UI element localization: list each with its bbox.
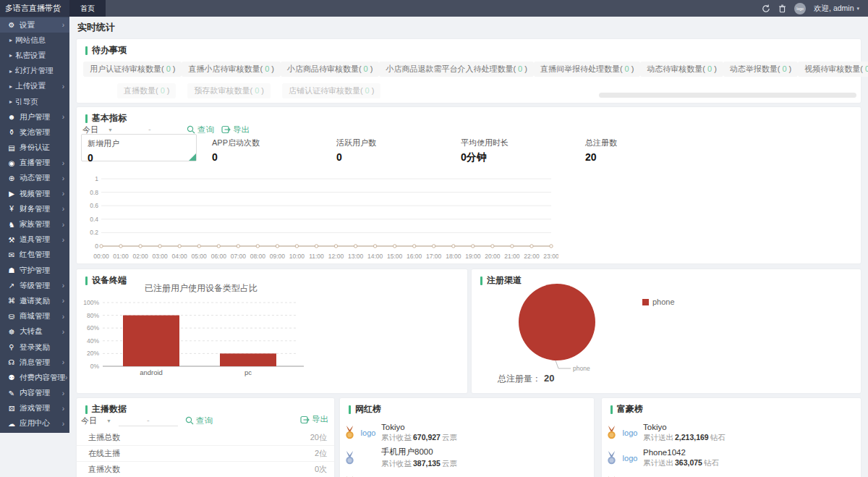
stat-label: 累计收益 — [381, 433, 412, 442]
user-menu[interactable]: 欢迎, admin ▾ — [814, 4, 859, 14]
sidebar-item-finance-mgmt[interactable]: ¥财务管理› — [0, 201, 69, 216]
svg-text:00:00: 00:00 — [93, 253, 109, 260]
svg-text:06:00: 06:00 — [211, 253, 227, 260]
sidebar-item-label: 等级管理 — [20, 281, 50, 291]
registration-total: 总注册量：20 — [498, 373, 554, 385]
sidebar-item-guide-page[interactable]: ▸引导页 — [0, 94, 69, 109]
sidebar-item-family-mgmt[interactable]: ♞家族管理› — [0, 216, 69, 232]
app-title: 多语言直播带货 — [0, 0, 69, 17]
props-icon: ⚒ — [7, 236, 16, 244]
refresh-icon[interactable] — [762, 4, 770, 13]
svg-text:03:00: 03:00 — [152, 253, 168, 260]
anchor-card: 主播数据 今日▼ - 查询 导出 主播总数 20位 在线主播 2位 — [77, 398, 334, 477]
tab-home[interactable]: 首页 — [69, 0, 106, 17]
chevron-right-icon: › — [62, 190, 64, 198]
todo-badge[interactable]: 视频待审核数量(0) — [798, 62, 868, 77]
sidebar-item-message-mgmt[interactable]: ☊消息管理› — [0, 355, 69, 370]
sidebar-item-label: 邀请奖励 — [20, 296, 50, 306]
horizontal-scrollbar[interactable] — [599, 93, 856, 98]
export-button[interactable]: 导出 — [300, 414, 328, 425]
search-button[interactable]: 查询 — [185, 415, 213, 426]
stat-label: APP启动次数 — [212, 138, 331, 148]
todo-badge[interactable]: 直播数量(0) — [117, 83, 176, 98]
sidebar-item-props-mgmt[interactable]: ⚒道具管理› — [0, 232, 69, 248]
sidebar-item-mall-mgmt[interactable]: ⛁商城管理› — [0, 309, 69, 324]
sidebar-item-redpacket-mgmt[interactable]: ✉红包管理 — [0, 248, 69, 263]
date-select[interactable]: 今日▼ — [81, 415, 111, 426]
stat-card[interactable]: 总注册数 20 — [579, 134, 704, 163]
todo-badge[interactable]: 直播小店待审核数量(0) — [182, 62, 280, 77]
todo-badge[interactable]: 小店商品退款需平台介入待处理数量(0) — [379, 62, 533, 77]
stat-value: 387,135 — [413, 459, 441, 468]
todo-badge[interactable]: 动态举报数量(0) — [723, 62, 798, 77]
sidebar-item-video-mgmt[interactable]: ▶视频管理› — [0, 186, 69, 201]
sidebar-item-feed-mgmt[interactable]: ⊕动态管理› — [0, 171, 69, 186]
svg-text:04:00: 04:00 — [172, 253, 188, 260]
chevron-right-icon: › — [62, 159, 64, 167]
stat-card[interactable]: 新增用户 0 — [81, 134, 197, 161]
gold-medal-icon — [607, 426, 616, 439]
submenu-bullet-icon: ▸ — [9, 83, 12, 90]
todo-badge[interactable]: 动态待审核数量(0) — [640, 62, 723, 77]
sidebar-item-prize-pool[interactable]: ⚱奖池管理 — [0, 124, 69, 140]
row-label: 在线主播 — [88, 448, 120, 459]
sidebar-item-privacy-settings[interactable]: ▸私密设置 — [0, 48, 69, 63]
trash-icon[interactable] — [778, 4, 786, 13]
sidebar-item-label: 商城管理 — [20, 311, 50, 321]
stat-value: 2,213,169 — [675, 433, 709, 442]
chevron-right-icon: › — [65, 373, 67, 381]
channel-card: 注册渠道 phone phone 总注册量：20 — [472, 269, 861, 393]
pie-legend[interactable]: phone — [642, 297, 675, 306]
todo-badge[interactable]: 直播间举报待处理数量(0) — [534, 62, 640, 77]
gear-icon: ⚙ — [7, 21, 16, 29]
section-accent-bar — [85, 46, 88, 55]
avatar: logo — [621, 426, 639, 439]
todo-section-title: 待办事项 — [85, 44, 127, 56]
sidebar-item-settings[interactable]: ⚙设置› — [0, 17, 69, 33]
sidebar-item-app-center[interactable]: ☁应用中心› — [0, 416, 69, 431]
sidebar-item-site-info[interactable]: ▸网站信息 — [0, 33, 69, 48]
sidebar-item-label: 登录奖励 — [20, 342, 50, 353]
todo-badge[interactable]: 店铺认证待审核数量(0) — [282, 83, 380, 98]
chevron-right-icon: › — [62, 236, 64, 244]
sidebar-item-user-mgmt[interactable]: ☻用户管理› — [0, 109, 69, 124]
sidebar-item-label: 应用中心 — [20, 418, 50, 429]
sidebar-item-label: 引导页 — [15, 97, 38, 107]
sidebar-item-login-reward[interactable]: ⚲登录奖励 — [0, 339, 69, 355]
sidebar-item-invite-reward[interactable]: ⌘邀请奖励› — [0, 293, 69, 308]
todo-badge[interactable]: 用户认证待审核数量(0) — [83, 62, 182, 77]
stat-card[interactable]: 平均使用时长 0分钟 — [455, 134, 579, 164]
stat-card[interactable]: APP启动次数 0 — [206, 134, 331, 163]
person-icon: ⚲ — [7, 343, 16, 351]
sidebar-item-level-mgmt[interactable]: ↗等级管理› — [0, 278, 69, 293]
sidebar-item-upload-settings[interactable]: ▸上传设置› — [0, 79, 69, 94]
sidebar-item-paid-content-mgmt[interactable]: ⚉付费内容管理› — [0, 370, 69, 385]
stat-value: 0分钟 — [461, 151, 579, 164]
sidebar-item-guardian-mgmt[interactable]: ☗守护管理 — [0, 263, 69, 278]
todo-badge[interactable]: 小店商品待审核数量(0) — [281, 62, 379, 77]
video-camera-icon: ▶ — [7, 190, 16, 198]
chevron-right-icon: › — [62, 21, 64, 29]
list-item: 手机用户8000 累计收益387,135云票 — [345, 445, 589, 470]
sitemap-icon: ⌘ — [7, 297, 16, 305]
shield-icon: ☗ — [7, 266, 16, 274]
stat-card[interactable]: 活跃用户数 0 — [331, 134, 455, 163]
stat-label: 平均使用时长 — [461, 138, 579, 148]
sidebar-item-big-wheel[interactable]: ☸大转盘› — [0, 324, 69, 339]
sidebar-item-label: 家族管理 — [20, 219, 50, 229]
avatar[interactable]: logo — [794, 3, 806, 14]
page-title: 实时统计 — [77, 21, 115, 34]
sidebar-item-identity-auth[interactable]: ▤身份认证 — [0, 140, 69, 156]
sidebar-item-live-mgmt[interactable]: ◉直播管理› — [0, 156, 69, 171]
date-range-input[interactable]: - — [119, 415, 178, 426]
sidebar-item-label: 道具管理 — [20, 235, 50, 245]
sidebar-item-slideshow[interactable]: ▸幻灯片管理 — [0, 64, 69, 79]
chevron-right-icon: › — [62, 358, 64, 366]
todo-badge[interactable]: 预存款审核数量(0) — [187, 83, 270, 98]
chevron-right-icon: › — [62, 297, 64, 305]
sidebar-item-content-mgmt[interactable]: ✎内容管理› — [0, 386, 69, 401]
sidebar-item-game-mgmt[interactable]: ⚄游戏管理› — [0, 401, 69, 416]
submenu-bullet-icon: ▸ — [9, 52, 12, 59]
svg-text:17:00: 17:00 — [426, 253, 442, 260]
section-accent-bar — [85, 114, 88, 123]
